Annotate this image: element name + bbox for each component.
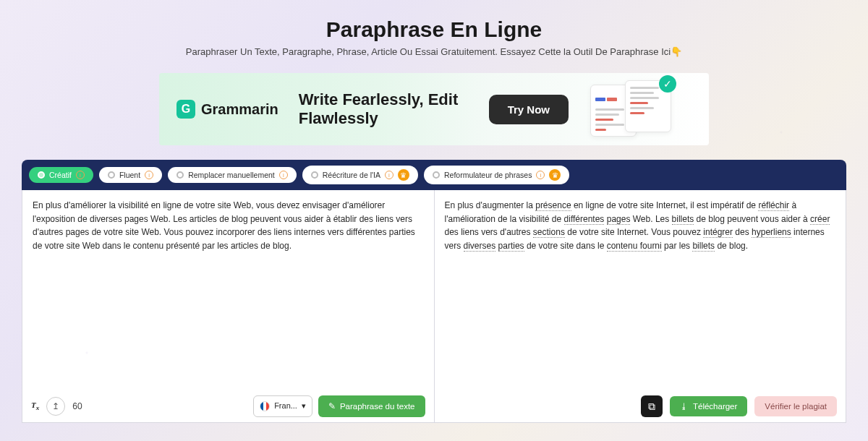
info-icon: i bbox=[385, 171, 393, 179]
output-segment: des bbox=[733, 227, 752, 237]
output-segment: de votre site Internet. Vous pouvez bbox=[565, 227, 703, 237]
tab-reformulateur-de-phrases[interactable]: Reformulateur de phrasesi♛ bbox=[424, 166, 569, 184]
upload-icon: ↥ bbox=[52, 401, 59, 411]
text-format-icon[interactable]: Tx bbox=[31, 399, 39, 413]
ad-logo: G Grammarin bbox=[176, 100, 278, 119]
ad-banner[interactable]: G Grammarin Write Fearlessly, Edit Flawl… bbox=[159, 73, 709, 145]
output-segment: Web. Les bbox=[630, 214, 671, 224]
tab-remplacer-manuellement[interactable]: Remplacer manuellementi bbox=[168, 167, 297, 183]
tab-r-criture-de-l-ia[interactable]: Réécriture de l'IAi♛ bbox=[302, 166, 418, 184]
synonym-word[interactable]: contenu fourni bbox=[607, 241, 662, 252]
output-segment: en ligne de votre site Internet, il est … bbox=[571, 200, 759, 210]
synonym-word[interactable]: pages bbox=[607, 214, 631, 225]
tab-label: Fluent bbox=[119, 171, 140, 179]
output-text[interactable]: En plus d'augmenter la présence en ligne… bbox=[445, 199, 836, 252]
pro-badge-icon: ♛ bbox=[549, 169, 561, 181]
tab-fluent[interactable]: Fluenti bbox=[99, 167, 162, 183]
info-icon: i bbox=[145, 171, 153, 179]
synonym-word[interactable]: sections bbox=[533, 227, 565, 238]
ad-logo-text: Grammarin bbox=[201, 101, 278, 118]
radio-icon bbox=[38, 171, 45, 179]
page-title: Paraphrase En Ligne bbox=[0, 17, 868, 42]
check-icon: ✓ bbox=[659, 75, 676, 93]
mode-tabs: CréatifiFluentiRemplacer manuellementiRé… bbox=[22, 160, 846, 190]
synonym-word[interactable]: différentes bbox=[564, 214, 605, 225]
output-segment: par les bbox=[662, 241, 693, 251]
paraphrase-button[interactable]: ✎ Paraphrase du texte bbox=[318, 395, 425, 417]
flag-fr-icon bbox=[260, 401, 270, 411]
ad-cta-button[interactable]: Try Now bbox=[489, 95, 569, 124]
output-segment: de votre site dans le bbox=[524, 241, 607, 251]
pointer-down-icon: 👇 bbox=[671, 46, 682, 57]
page-subtitle: Paraphraser Un Texte, Paragraphe, Phrase… bbox=[0, 46, 868, 57]
synonym-word[interactable]: créer bbox=[810, 214, 830, 225]
tab-label: Réécriture de l'IA bbox=[323, 171, 380, 179]
info-icon: i bbox=[76, 171, 85, 179]
radio-icon bbox=[108, 171, 115, 179]
radio-icon bbox=[176, 171, 184, 179]
word-count: 60 bbox=[72, 400, 82, 414]
synonym-word[interactable]: parties bbox=[498, 241, 524, 252]
tab-label: Reformulateur de phrases bbox=[444, 171, 532, 179]
output-segment: En plus d'augmenter la bbox=[445, 200, 536, 210]
synonym-word[interactable]: diverses bbox=[464, 241, 496, 252]
download-icon: ⭳ bbox=[680, 402, 689, 411]
output-panel: En plus d'augmenter la présence en ligne… bbox=[435, 190, 846, 422]
synonym-word[interactable]: billets bbox=[692, 241, 715, 252]
plagiarism-button[interactable]: Vérifier le plagiat bbox=[754, 396, 837, 416]
synonym-word[interactable]: billets bbox=[672, 214, 694, 225]
tab-label: Créatif bbox=[49, 171, 72, 179]
upload-button[interactable]: ↥ bbox=[46, 397, 65, 416]
input-panel: En plus d'améliorer la visibilité en lig… bbox=[22, 190, 435, 422]
ad-illustration: ✓ bbox=[590, 80, 692, 138]
language-label: Fran... bbox=[274, 400, 297, 412]
pro-badge-icon: ♛ bbox=[398, 169, 409, 181]
tab-label: Remplacer manuellement bbox=[188, 171, 275, 179]
language-select[interactable]: Fran... ▾ bbox=[253, 395, 312, 416]
info-icon: i bbox=[279, 171, 288, 179]
pen-icon: ✎ bbox=[328, 401, 336, 411]
output-segment: de blog. bbox=[715, 241, 748, 251]
tab-cr-atif[interactable]: Créatifi bbox=[29, 167, 93, 183]
input-text[interactable]: En plus d'améliorer la visibilité en lig… bbox=[33, 199, 424, 252]
info-icon: i bbox=[536, 171, 545, 179]
output-segment: de blog peuvent vous aider à bbox=[694, 214, 810, 224]
ad-logo-icon: G bbox=[176, 100, 195, 119]
radio-icon bbox=[433, 171, 440, 179]
synonym-word[interactable]: hyperliens bbox=[752, 227, 791, 238]
chevron-down-icon: ▾ bbox=[302, 400, 306, 412]
synonym-word[interactable]: intégrer bbox=[703, 227, 733, 238]
output-segment: des liens vers d'autres bbox=[445, 227, 533, 237]
copy-button[interactable]: ⧉ bbox=[641, 395, 663, 417]
synonym-word[interactable]: présence bbox=[535, 200, 571, 211]
synonym-word[interactable]: réfléchir bbox=[758, 200, 789, 211]
download-button[interactable]: ⭳ Télécharger bbox=[670, 396, 747, 416]
radio-icon bbox=[311, 171, 318, 179]
copy-icon: ⧉ bbox=[648, 401, 655, 413]
ad-headline: Write Fearlessly, Edit Flawlessly bbox=[299, 90, 489, 129]
